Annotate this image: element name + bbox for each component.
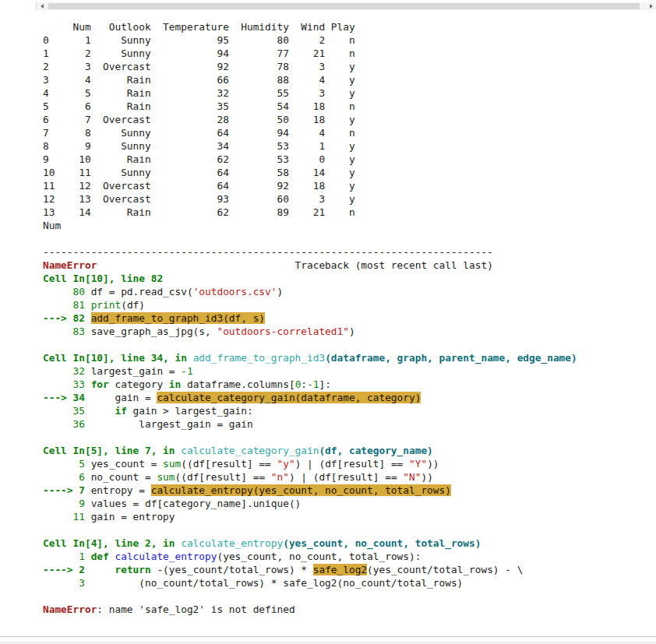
error-highlight-segment: add_frame_to_graph_id3(df, s) bbox=[91, 312, 265, 324]
code-line: 5 yes_count = sum((df[result] == "y") | … bbox=[43, 457, 656, 470]
code-segment: Cell In[10], line 82 bbox=[43, 273, 163, 284]
code-segment: Cell In[4], line 2, in bbox=[43, 537, 181, 549]
code-segment: "Y" bbox=[409, 458, 427, 470]
traceback-output: ----------------------------------------… bbox=[43, 245, 656, 616]
dataframe-line: 3 4 Rain 66 88 4 y bbox=[43, 73, 656, 86]
code-segment: ---> 34 bbox=[43, 392, 91, 403]
dataframe-line: 4 5 Rain 32 55 3 y bbox=[43, 86, 656, 100]
code-segment: NameError bbox=[43, 259, 97, 271]
code-line: 83 save_graph_as_jpg(s, "outdoors-correl… bbox=[43, 325, 656, 338]
code-segment: values = df[category_name].unique() bbox=[91, 498, 302, 509]
code-segment: ((df[result] == bbox=[181, 458, 277, 470]
dataframe-text-output: Num Outlook Temperature Humidity Wind Pl… bbox=[43, 20, 656, 245]
code-segment: Cell In[5], line 7, in bbox=[43, 445, 181, 456]
code-segment: 80 bbox=[43, 286, 91, 297]
code-segment: calculate_entropy bbox=[181, 537, 283, 549]
frame-header: Cell In[5], line 7, in calculate_categor… bbox=[43, 444, 656, 457]
code-segment: if bbox=[115, 405, 126, 417]
triangle-right-icon bbox=[650, 4, 653, 9]
code-line: 80 df = pd.read_csv('outdoors.csv') bbox=[43, 285, 656, 298]
dataframe-line: 0 1 Sunny 95 80 2 n bbox=[43, 33, 656, 47]
code-segment: 81 bbox=[43, 299, 91, 311]
code-segment: 33 bbox=[43, 378, 91, 390]
code-line: 6 no_count = sum((df[result] == "n") | (… bbox=[43, 470, 656, 484]
dataframe-line: 5 6 Rain 35 54 18 n bbox=[43, 100, 656, 113]
code-segment: )) bbox=[427, 458, 439, 470]
code-segment: ]: bbox=[319, 378, 330, 390]
blank-line bbox=[43, 523, 656, 537]
code-segment: def bbox=[91, 551, 109, 562]
error-highlight-segment: safe_log2 bbox=[313, 564, 367, 575]
code-segment: (df, category_name) bbox=[319, 445, 432, 456]
code-segment: 5 bbox=[43, 458, 91, 470]
code-line: 81 print(df) bbox=[43, 298, 656, 311]
code-segment: Traceback (most recent call last) bbox=[97, 259, 493, 271]
scrollbar-thumb[interactable] bbox=[48, 3, 640, 9]
code-segment: 32 bbox=[43, 365, 91, 377]
error-highlight-segment: calculate_category_gain(dataframe, categ… bbox=[157, 392, 421, 403]
code-segment: 'outdoors.csv' bbox=[193, 286, 277, 297]
dataframe-line: Num Outlook Temperature Humidity Wind Pl… bbox=[43, 20, 656, 33]
code-line: 11 gain = entropy bbox=[43, 510, 656, 523]
code-segment: -1 bbox=[181, 365, 192, 377]
code-segment: 1 bbox=[43, 551, 91, 562]
code-segment: "n" bbox=[271, 471, 289, 483]
code-segment: "N" bbox=[403, 471, 421, 483]
code-segment: 9 bbox=[43, 498, 91, 509]
frame-header: Cell In[10], line 82 bbox=[43, 272, 656, 285]
code-segment: NameError bbox=[43, 604, 97, 615]
code-segment: (no_count/total_rows) * safe_log2(no_cou… bbox=[91, 577, 464, 589]
code-segment: gain = bbox=[91, 392, 157, 403]
frame-header: Cell In[10], line 34, in add_frame_to_gr… bbox=[43, 351, 656, 364]
code-segment: : bbox=[301, 378, 307, 390]
error-line: ----> 7 entropy = calculate_entropy(yes_… bbox=[43, 484, 656, 497]
code-segment: (dataframe, graph, parent_name, edge_nam… bbox=[325, 352, 577, 364]
code-segment: 36 bbox=[43, 418, 91, 430]
code-segment: : name 'safe_log2' is not defined bbox=[97, 604, 294, 615]
error-highlight-segment: calculate_entropy(yes_count, no_count, t… bbox=[151, 484, 451, 496]
code-segment: dataframe.columns[ bbox=[181, 378, 294, 390]
code-segment: print bbox=[91, 299, 122, 311]
code-segment: gain = entropy bbox=[91, 511, 175, 523]
code-segment: -(yes_count/total_rows) * bbox=[151, 564, 313, 575]
cell-output: Num Outlook Temperature Humidity Wind Pl… bbox=[0, 20, 656, 616]
code-segment: ----> 7 bbox=[43, 484, 91, 496]
triangle-left-icon bbox=[41, 4, 44, 9]
code-segment: calculate_entropy bbox=[115, 551, 217, 562]
code-segment: ---> 82 bbox=[43, 312, 91, 324]
scroll-right-button[interactable] bbox=[646, 2, 656, 10]
code-segment: no_count = bbox=[91, 471, 157, 483]
dataframe-line: 9 10 Rain 62 53 0 y bbox=[43, 153, 656, 166]
code-segment: 6 bbox=[43, 471, 91, 483]
code-segment: ) bbox=[349, 326, 355, 337]
scrollbar-track[interactable] bbox=[47, 2, 646, 10]
code-line: 36 largest_gain = gain bbox=[43, 417, 656, 431]
dataframe-line: 12 13 Overcast 93 60 3 y bbox=[43, 192, 656, 206]
blank-line bbox=[43, 589, 656, 603]
code-segment: ----> 2 bbox=[43, 564, 91, 575]
blank-line bbox=[43, 338, 656, 351]
code-segment: entropy = bbox=[91, 484, 151, 496]
code-segment: return bbox=[115, 564, 150, 575]
code-segment: sum bbox=[157, 471, 175, 483]
blank-line bbox=[43, 431, 656, 444]
error-message: NameError: name 'safe_log2' is not defin… bbox=[43, 603, 656, 616]
dataframe-line bbox=[43, 232, 656, 245]
code-segment: ) bbox=[277, 286, 284, 297]
code-segment: ----------------------------------------… bbox=[43, 246, 493, 258]
cell-divider-bottom bbox=[0, 642, 656, 643]
code-segment: (yes_count/total_rows) - \ bbox=[367, 564, 523, 575]
error-line: ----> 2 return -(yes_count/total_rows) *… bbox=[43, 563, 656, 576]
horizontal-scrollbar[interactable] bbox=[36, 2, 656, 10]
code-segment: in bbox=[169, 378, 181, 390]
code-segment: save_graph_as_jpg(s, bbox=[91, 326, 217, 337]
traceback-header: NameError Traceback (most recent call la… bbox=[43, 259, 656, 272]
code-segment: sum bbox=[163, 458, 181, 470]
cell-divider bbox=[0, 636, 656, 637]
code-segment: (df) bbox=[121, 299, 145, 311]
code-segment bbox=[91, 405, 115, 417]
code-segment: df = pd.read_csv( bbox=[91, 286, 193, 297]
scroll-left-button[interactable] bbox=[37, 2, 47, 10]
code-line: 35 if gain > largest_gain: bbox=[43, 404, 656, 417]
code-segment: (yes_count, no_count, total_rows) bbox=[283, 537, 481, 549]
